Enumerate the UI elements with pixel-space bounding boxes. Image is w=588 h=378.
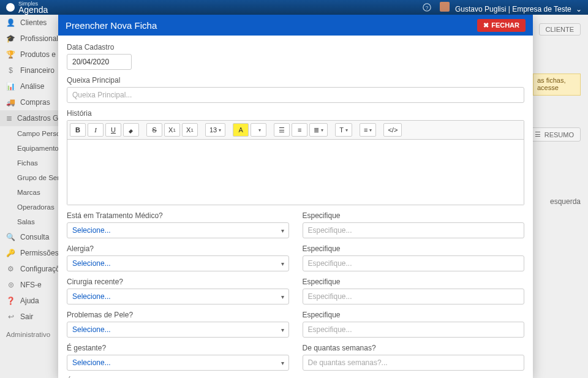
chevron-down-icon: ⌄ [576, 5, 582, 13]
sidebar-item-label: Fichas [17, 159, 38, 167]
sidebar-item-label: Equipamentos [17, 145, 62, 152]
alergia-select[interactable]: Selecione... [67, 255, 289, 271]
sidebar-item-label: Operadoras [17, 203, 55, 211]
sidebar-item-label: Marcas [17, 189, 40, 196]
label-queixa: Queixa Principal [67, 76, 524, 85]
trophy-icon: 🏆 [6, 50, 15, 59]
modal-title: Preencher Nova Ficha [66, 20, 157, 31]
label-cirurgia: Cirurgia recente? [67, 278, 289, 286]
label-historia: História [67, 109, 524, 118]
close-icon: ✖ [483, 21, 489, 29]
modal-nova-ficha: Preencher Nova Ficha ✖ FECHAR Data Cadas… [58, 15, 533, 378]
underline-button[interactable]: U [105, 123, 121, 137]
label-espec-1: Especifique [303, 211, 525, 220]
code-button[interactable]: </> [383, 123, 402, 137]
especifique-pele-input[interactable] [303, 322, 525, 338]
data-cadastro-input[interactable] [67, 54, 132, 70]
close-label: FECHAR [491, 21, 519, 29]
label-tratamento: Está em Tratamento Médico? [67, 211, 289, 220]
tratamento-select[interactable]: Selecione... [67, 222, 289, 238]
brand-logo-icon [6, 3, 15, 12]
especifique-alergia-input[interactable] [303, 255, 525, 271]
sidebar-item-label: NFS-e [20, 281, 42, 289]
textcolor-button[interactable]: T▾ [335, 123, 352, 137]
user-name: Gustavo Puglisi | Empresa de Teste [455, 5, 571, 13]
help-icon[interactable]: ? [423, 3, 431, 12]
sidebar-item-label: Clientes [20, 18, 47, 27]
resumo-label: RESUMO [545, 131, 574, 138]
sidebar-item-label: Consulta [20, 233, 49, 241]
help-icon: ❓ [6, 297, 15, 305]
highlight-button[interactable]: A [233, 123, 249, 137]
especifique-cirurgia-input[interactable] [303, 289, 525, 304]
italic-button[interactable]: I [88, 123, 104, 137]
list-icon: ☰ [535, 130, 541, 138]
cirurgia-select[interactable]: Selecione... [67, 289, 289, 304]
semanas-input[interactable] [303, 355, 525, 371]
grad-cap-icon: 🎓 [6, 34, 15, 43]
avatar [440, 2, 450, 12]
dollar-icon: $ [6, 66, 15, 75]
sidebar-item-label: Profissional [20, 34, 58, 43]
subscript-button[interactable]: X1 [182, 123, 198, 137]
truck-icon: 🚚 [6, 98, 15, 107]
bg-text: esquerda [550, 197, 581, 206]
label-espec-3: Especifique [303, 278, 525, 286]
top-bar: Simples Agenda ? Gustavo Puglisi | Empre… [0, 0, 588, 15]
sidebar-item-label: Análise [20, 82, 44, 91]
resumo-button[interactable]: ☰ RESUMO [528, 127, 581, 142]
close-button[interactable]: ✖ FECHAR [477, 19, 526, 32]
sidebar-item-label: Salas [17, 218, 35, 225]
superscript-button[interactable]: X1 [164, 123, 180, 137]
brand-line2: Agenda [18, 6, 48, 14]
cliente-pill[interactable]: CLIENTE [539, 23, 581, 36]
modal-header: Preencher Nova Ficha ✖ FECHAR [58, 15, 533, 36]
editor-toolbar: B I U S X1 X1 13▾ A ▾ ☰ ≡ ≣▾ [67, 121, 524, 140]
strike-button[interactable]: S [146, 123, 162, 137]
sidebar-item-label: Permissões [20, 249, 59, 257]
user-icon: 👤 [6, 18, 15, 27]
brand: Simples Agenda [6, 1, 48, 14]
label-gestante: É gestante? [67, 344, 289, 352]
chart-icon: 📊 [6, 82, 15, 91]
label-data-cadastro: Data Cadastro [67, 43, 524, 51]
eraser-button[interactable] [123, 123, 139, 137]
sidebar-item-label: Financeiro [20, 66, 55, 75]
cogs-icon: ⚙ [6, 265, 15, 273]
svg-text:?: ? [425, 5, 428, 11]
rich-editor: B I U S X1 X1 13▾ A ▾ ☰ ≡ ≣▾ [67, 120, 524, 205]
user-menu[interactable]: Gustavo Puglisi | Empresa de Teste ⌄ [440, 2, 582, 13]
label-alergia: Alergia? [67, 244, 289, 253]
gestante-select[interactable]: Selecione... [67, 355, 289, 371]
database-icon: ≣ [6, 114, 12, 123]
sidebar-item-label: Sair [20, 312, 33, 321]
paragraph-button[interactable]: ≡▾ [360, 123, 376, 137]
sidebar-item-label: Compras [20, 98, 50, 107]
highlight-drop[interactable]: ▾ [251, 123, 266, 137]
signout-icon: ↩ [6, 312, 15, 321]
fontsize-button[interactable]: 13▾ [205, 123, 225, 137]
notice-banner: as fichas, acesse [533, 74, 581, 96]
editor-textarea[interactable] [67, 140, 524, 205]
nfs-icon: ⊜ [6, 281, 15, 289]
especifique-tratamento-input[interactable] [303, 222, 525, 238]
sidebar-item-label: Ajuda [20, 297, 39, 305]
queixa-input[interactable] [67, 87, 524, 103]
label-problemas-pele: Problemas de Pele? [67, 311, 289, 319]
ol-button[interactable]: ≡ [292, 123, 307, 137]
problemas-pele-select[interactable]: Selecione... [67, 322, 289, 338]
ul-button[interactable]: ☰ [274, 123, 290, 137]
label-espec-4: Especifique [303, 311, 525, 319]
modal-body: Data Cadastro Queixa Principal História … [58, 36, 533, 378]
label-semanas: De quantas semanas? [303, 344, 525, 352]
search-icon: 🔍 [6, 233, 15, 241]
key-icon: 🔑 [6, 249, 15, 257]
label-espec-2: Especifique [303, 244, 525, 253]
bold-button[interactable]: B [70, 123, 86, 137]
align-button[interactable]: ≣▾ [309, 123, 328, 137]
